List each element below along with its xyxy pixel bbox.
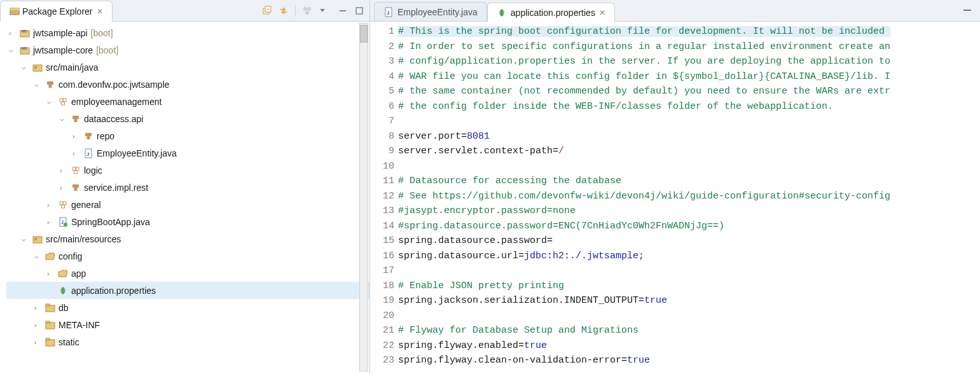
twisty-open-icon[interactable]: ⌵ (47, 97, 55, 106)
line-number: 4 (370, 69, 394, 85)
tab-package-explorer[interactable]: Package Explorer ✕ (0, 1, 113, 22)
code-line: spring.jackson.serialization.INDENT_OUTP… (398, 293, 980, 308)
tree-row-p3[interactable]: ⌵com.devonfw.poc.jwtsample (6, 76, 369, 93)
twisty-closed-icon[interactable]: › (34, 304, 42, 312)
twisty-closed-icon[interactable]: › (47, 270, 55, 277)
svg-point-43 (64, 223, 67, 226)
twisty-open-icon[interactable]: ⌵ (34, 80, 42, 88)
tree-row-p14[interactable]: ›app (6, 265, 369, 282)
twisty-open-icon[interactable]: ⌵ (22, 63, 29, 71)
tree-row-p9[interactable]: ›service.impl.rest (6, 179, 369, 196)
editor-body[interactable]: 1234567891011121314151617181920212223 # … (370, 22, 980, 374)
line-number: 18 (370, 279, 394, 294)
line-number: 21 (370, 323, 394, 338)
line-number: 6 (370, 99, 394, 114)
tree-label: META-INF (59, 320, 100, 330)
tree-row-p17[interactable]: ›META-INF (6, 316, 369, 333)
mvn-project-icon: MS (20, 45, 30, 55)
tree-row-p18[interactable]: ›static (6, 333, 369, 350)
twisty-closed-icon[interactable]: › (9, 29, 17, 37)
view-toolbar (262, 5, 364, 17)
twisty-closed-icon[interactable]: › (47, 201, 55, 209)
svg-rect-8 (340, 10, 346, 11)
tree-label: dataaccess.api (84, 114, 143, 124)
twisty-closed-icon[interactable]: › (72, 132, 80, 140)
svg-text:J: J (387, 10, 389, 16)
tree-row-p11[interactable]: ›JSpringBootApp.java (6, 213, 369, 230)
minimize-editor-icon[interactable] (962, 5, 972, 15)
tree-label: com.devonfw.poc.jwtsample (59, 80, 169, 90)
code-line: # WAR file you can locate this config fo… (398, 69, 980, 85)
tree-row-p1[interactable]: ⌵MSjwtsample-core [boot] (6, 41, 369, 59)
svg-rect-18 (47, 81, 50, 85)
focus-icon[interactable] (302, 6, 312, 16)
java-file-icon: J (83, 148, 93, 158)
code-line: # Enable JSON pretty printing (398, 279, 980, 294)
link-editor-icon[interactable] (279, 6, 289, 16)
tree-row-p2[interactable]: ⌵src/main/java (6, 59, 369, 76)
code-line: #jasypt.encryptor.password=none (398, 204, 980, 219)
editor-tab-t1[interactable]: application.properties✕ (487, 3, 615, 22)
svg-rect-23 (62, 102, 65, 105)
line-number: 15 (370, 233, 394, 249)
project-tree[interactable]: ›MSjwtsample-api [boot]⌵MSjwtsample-core… (0, 22, 369, 374)
svg-rect-40 (62, 205, 65, 208)
tree-row-p13[interactable]: ⌵config (6, 247, 369, 265)
tree-label: general (71, 200, 101, 210)
package-icon (45, 80, 55, 90)
twisty-closed-icon[interactable]: › (60, 167, 67, 174)
tree-label: db (59, 303, 69, 313)
leaf-icon (58, 286, 68, 296)
minimize-icon[interactable] (338, 6, 348, 16)
close-icon[interactable]: ✕ (97, 7, 103, 16)
view-menu-icon[interactable] (319, 7, 331, 15)
twisty-open-icon[interactable]: ⌵ (22, 235, 29, 243)
java-boot-icon: J (58, 217, 68, 227)
tree-vertical-scrollbar[interactable] (359, 23, 368, 371)
close-icon[interactable]: ✕ (599, 8, 605, 17)
svg-point-6 (307, 7, 311, 11)
view-title: Package Explorer (22, 6, 93, 17)
tree-label: config (59, 251, 82, 261)
tree-row-p6[interactable]: ›repo (6, 127, 369, 144)
tree-row-p4[interactable]: ⌵employeemanagement (6, 93, 369, 110)
tree-row-p16[interactable]: ›db (6, 299, 369, 316)
tree-row-p5[interactable]: ⌵dataaccess.api (6, 110, 369, 127)
tree-row-p8[interactable]: ›logic (6, 162, 369, 179)
tree-label: static (59, 337, 79, 347)
maximize-icon[interactable] (354, 6, 364, 16)
tree-row-p0[interactable]: ›MSjwtsample-api [boot] (6, 24, 369, 41)
twisty-closed-icon[interactable]: › (34, 321, 42, 329)
line-number: 3 (370, 54, 394, 69)
tree-row-p10[interactable]: ›general (6, 196, 369, 213)
code-line: server.servlet.context-path=/ (398, 144, 980, 159)
tree-row-p7[interactable]: ›JEmployeeEntity.java (6, 144, 369, 162)
code-line: spring.datasource.password= (398, 233, 980, 249)
code-line: # the config folder inside the WEB-INF/c… (398, 99, 980, 114)
line-number: 14 (370, 219, 394, 234)
tree-label: logic (84, 165, 102, 176)
twisty-open-icon[interactable]: ⌵ (9, 46, 17, 54)
line-number: 22 (370, 338, 394, 354)
twisty-closed-icon[interactable]: › (47, 218, 55, 226)
scrollbar-thumb[interactable] (360, 25, 368, 43)
twisty-closed-icon[interactable]: › (72, 149, 80, 157)
code-area[interactable]: # This is the spring boot configuration … (398, 22, 980, 374)
editor-tab-t0[interactable]: JEmployeeEntity.java (374, 2, 487, 21)
svg-point-7 (305, 11, 309, 15)
line-number: 2 (370, 39, 394, 55)
tree-label: jwtsample-core (33, 45, 93, 55)
line-number: 10 (370, 159, 394, 174)
twisty-open-icon[interactable]: ⌵ (60, 114, 67, 123)
svg-text:J: J (61, 220, 64, 225)
code-line: spring.flyway.enabled=true (398, 338, 980, 354)
twisty-open-icon[interactable]: ⌵ (34, 252, 42, 260)
leaf-icon (497, 8, 507, 18)
tree-row-p15[interactable]: application.properties (6, 282, 369, 299)
code-line: # See https://github.com/devonfw-wiki/de… (398, 189, 980, 204)
twisty-closed-icon[interactable]: › (60, 184, 67, 191)
collapse-all-icon[interactable] (262, 6, 272, 16)
twisty-closed-icon[interactable]: › (34, 338, 42, 346)
tree-row-p12[interactable]: ⌵src/main/resources (6, 230, 369, 247)
package-outline-icon (71, 165, 81, 176)
